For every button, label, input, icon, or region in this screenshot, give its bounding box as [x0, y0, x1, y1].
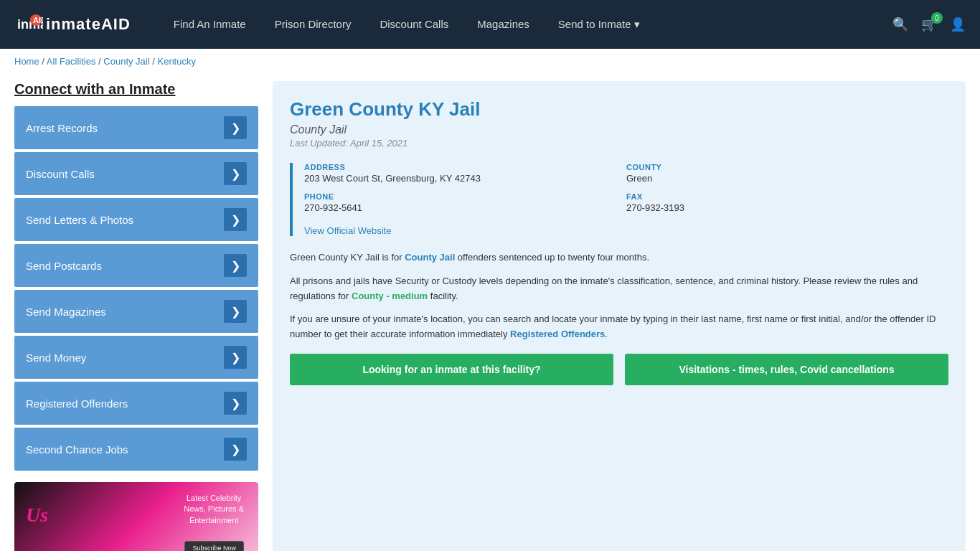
- sidebar-menu: Arrest Records ❯ Discount Calls ❯ Send L…: [14, 106, 258, 471]
- logo-text: inmateAID: [46, 15, 131, 34]
- facility-info-box: ADDRESS 203 West Court St, Greensburg, K…: [290, 163, 948, 236]
- breadcrumb-county-jail[interactable]: County Jail: [103, 56, 149, 67]
- breadcrumb-all-facilities[interactable]: All Facilities: [47, 56, 96, 67]
- desc-para-1: Green County KY Jail is for County Jail …: [290, 250, 948, 265]
- sidebar-item-send-money[interactable]: Send Money ❯: [14, 336, 258, 379]
- logo[interactable]: inmate AID inmateAID: [14, 10, 131, 39]
- ad-logo: Us: [26, 504, 48, 527]
- nav-magazines[interactable]: Magazines: [477, 18, 529, 31]
- county-label: COUNTY: [626, 163, 948, 171]
- sidebar-label-registered-offenders: Registered Offenders: [26, 397, 128, 410]
- facility-description: Green County KY Jail is for County Jail …: [290, 250, 948, 342]
- arrow-icon-4: ❯: [224, 300, 247, 323]
- ad-line2: News, Pictures &: [184, 504, 244, 514]
- action-buttons: Looking for an inmate at this facility? …: [290, 354, 948, 385]
- sidebar-item-second-chance-jobs[interactable]: Second Chance Jobs ❯: [14, 428, 258, 471]
- sidebar-label-send-letters: Send Letters & Photos: [26, 214, 133, 226]
- arrow-icon-2: ❯: [224, 208, 247, 231]
- svg-text:AID: AID: [33, 16, 43, 24]
- nav-prison-directory[interactable]: Prison Directory: [275, 18, 352, 31]
- ad-line3: Entertainment: [184, 515, 244, 526]
- county-value: Green: [626, 173, 948, 184]
- arrow-icon-7: ❯: [224, 438, 247, 461]
- ad-line1: Latest Celebrity: [184, 493, 244, 504]
- sidebar-title: Connect with an Inmate: [14, 81, 258, 98]
- facility-type: County Jail: [290, 123, 948, 136]
- arrow-icon-3: ❯: [224, 254, 247, 277]
- main-container: Connect with an Inmate Arrest Records ❯ …: [0, 74, 980, 551]
- breadcrumb-home[interactable]: Home: [14, 56, 39, 67]
- fax-group: FAX 270-932-3193: [626, 192, 948, 213]
- navigation: inmate AID inmateAID Find An Inmate Pris…: [0, 0, 980, 49]
- arrow-icon-1: ❯: [224, 162, 247, 185]
- sidebar-label-send-money: Send Money: [26, 352, 86, 364]
- facility-title: Green County KY Jail: [290, 98, 948, 121]
- ad-banner[interactable]: Us Latest Celebrity News, Pictures & Ent…: [14, 482, 258, 551]
- desc2-link[interactable]: County - medium: [352, 291, 428, 301]
- ad-text: Latest Celebrity News, Pictures & Entert…: [184, 493, 244, 526]
- account-button[interactable]: 👤: [950, 17, 966, 32]
- cart-container[interactable]: 🛒 0: [921, 17, 937, 32]
- logo-icon: inmate AID: [14, 10, 43, 39]
- sidebar-label-send-postcards: Send Postcards: [26, 260, 102, 272]
- facility-content: Green County KY Jail County Jail Last Up…: [273, 81, 966, 551]
- desc3-before: If you are unsure of your inmate's locat…: [290, 314, 936, 339]
- address-value: 203 West Court St, Greensburg, KY 42743: [304, 173, 626, 184]
- sidebar-item-arrest-records[interactable]: Arrest Records ❯: [14, 106, 258, 149]
- fax-label: FAX: [626, 192, 948, 201]
- sidebar-label-second-chance-jobs: Second Chance Jobs: [26, 443, 128, 456]
- desc-para-3: If you are unsure of your inmate's locat…: [290, 312, 948, 342]
- cart-badge: 0: [931, 12, 943, 24]
- phone-value: 270-932-5641: [304, 202, 626, 213]
- phone-group: PHONE 270-932-5641: [304, 192, 626, 213]
- arrow-icon-6: ❯: [224, 392, 247, 415]
- desc3-after: .: [605, 329, 608, 339]
- phone-label: PHONE: [304, 192, 626, 201]
- facility-updated: Last Updated: April 15, 2021: [290, 138, 948, 149]
- sidebar-label-send-magazines: Send Magazines: [26, 306, 106, 318]
- fax-value: 270-932-3193: [626, 202, 948, 213]
- nav-right: 🔍 🛒 0 👤: [892, 17, 966, 32]
- sidebar-item-send-magazines[interactable]: Send Magazines ❯: [14, 290, 258, 333]
- send-to-inmate-btn[interactable]: Send to Inmate ▾: [558, 18, 640, 31]
- county-group: COUNTY Green: [626, 163, 948, 184]
- desc3-link[interactable]: Registered Offenders: [510, 329, 605, 339]
- nav-links: Find An Inmate Prison Directory Discount…: [174, 18, 892, 31]
- sidebar: Connect with an Inmate Arrest Records ❯ …: [14, 81, 258, 551]
- find-inmate-button[interactable]: Looking for an inmate at this facility?: [290, 354, 613, 385]
- sidebar-label-arrest-records: Arrest Records: [26, 122, 98, 134]
- view-website-link[interactable]: View Official Website: [304, 225, 391, 236]
- sidebar-item-send-letters[interactable]: Send Letters & Photos ❯: [14, 198, 258, 241]
- sidebar-item-discount-calls[interactable]: Discount Calls ❯: [14, 152, 258, 195]
- address-label: ADDRESS: [304, 163, 626, 171]
- desc1-before: Green County KY Jail is for: [290, 252, 405, 263]
- sidebar-item-send-postcards[interactable]: Send Postcards ❯: [14, 244, 258, 287]
- desc1-link[interactable]: County Jail: [405, 252, 455, 263]
- nav-discount-calls[interactable]: Discount Calls: [380, 18, 448, 31]
- sidebar-item-registered-offenders[interactable]: Registered Offenders ❯: [14, 382, 258, 425]
- address-group: ADDRESS 203 West Court St, Greensburg, K…: [304, 163, 626, 184]
- visitations-button[interactable]: Visitations - times, rules, Covid cancel…: [625, 354, 948, 385]
- arrow-icon-0: ❯: [224, 116, 247, 139]
- nav-find-inmate[interactable]: Find An Inmate: [174, 18, 246, 31]
- desc-para-2: All prisons and jails have Security or C…: [290, 274, 948, 304]
- breadcrumb: Home / All Facilities / County Jail / Ke…: [0, 49, 980, 74]
- ad-subscribe-button[interactable]: Subscribe Now: [184, 541, 244, 551]
- arrow-icon-5: ❯: [224, 346, 247, 369]
- search-button[interactable]: 🔍: [892, 17, 908, 32]
- website-group: View Official Website: [304, 225, 948, 236]
- breadcrumb-kentucky[interactable]: Kentucky: [157, 56, 195, 67]
- desc2-after: facility.: [428, 291, 458, 301]
- desc1-after: offenders sentenced up to twenty four mo…: [455, 252, 649, 263]
- sidebar-label-discount-calls: Discount Calls: [26, 168, 95, 180]
